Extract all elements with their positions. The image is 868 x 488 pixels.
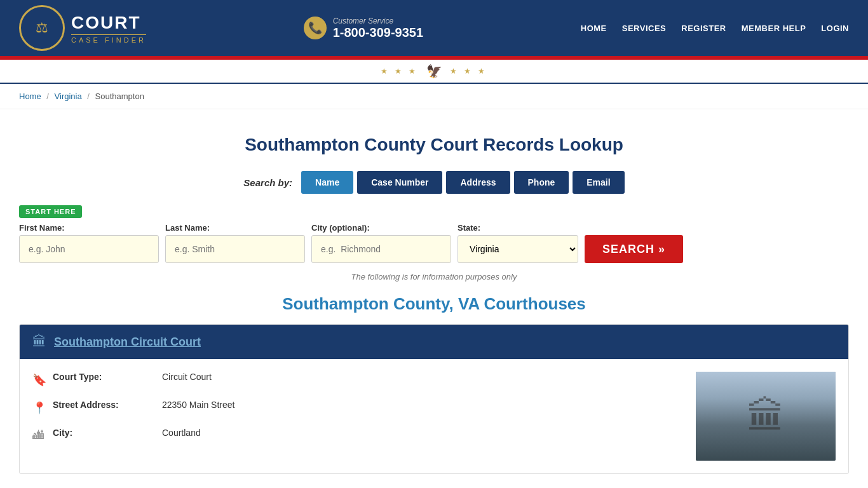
logo-icon: ⚖ bbox=[19, 5, 65, 51]
customer-service-text: Customer Service 1-800-309-9351 bbox=[333, 17, 423, 40]
address-label: Street Address: bbox=[53, 400, 154, 410]
courthouse-body: 🔖 Court Type: Circuit Court 📍 Street Add… bbox=[20, 359, 848, 473]
city-value: Courtland bbox=[162, 428, 201, 438]
cs-label: Customer Service bbox=[333, 17, 423, 25]
last-name-group: Last Name: bbox=[165, 223, 305, 263]
tab-name[interactable]: Name bbox=[301, 171, 353, 194]
court-type-value: Circuit Court bbox=[162, 372, 212, 382]
customer-service: 📞 Customer Service 1-800-309-9351 bbox=[304, 17, 423, 40]
address-icon: 📍 bbox=[32, 401, 45, 415]
main-content: Southampton County Court Records Lookup … bbox=[0, 109, 868, 488]
courthouse-card: 🏛 Southampton Circuit Court 🔖 Court Type… bbox=[19, 324, 849, 474]
stars-left: ★ ★ ★ bbox=[381, 67, 419, 76]
court-type-icon: 🔖 bbox=[32, 373, 45, 387]
city-row: 🏙 City: Courtland bbox=[32, 428, 683, 442]
stars-right: ★ ★ ★ bbox=[450, 67, 488, 76]
city-label: City (optional): bbox=[311, 223, 451, 233]
info-note: The following is for information purpose… bbox=[19, 272, 849, 281]
state-label: State: bbox=[458, 223, 578, 233]
logo-area: ⚖ COURT CASE FINDER bbox=[19, 5, 146, 51]
sep-2: / bbox=[87, 92, 90, 101]
eagle-strip-inner: ★ ★ ★ 🦅 ★ ★ ★ bbox=[381, 64, 487, 79]
address-value: 22350 Main Street bbox=[162, 400, 234, 410]
last-name-label: Last Name: bbox=[165, 223, 305, 233]
last-name-input[interactable] bbox=[165, 235, 305, 263]
nav-register[interactable]: REGISTER bbox=[681, 24, 726, 33]
nav-services[interactable]: SERVICES bbox=[622, 24, 667, 33]
state-group: State: Virginia Alabama California bbox=[458, 223, 578, 263]
city-input[interactable] bbox=[311, 235, 451, 263]
search-by-row: Search by: Name Case Number Address Phon… bbox=[19, 171, 849, 194]
main-nav: HOME SERVICES REGISTER MEMBER HELP LOGIN bbox=[581, 24, 849, 33]
breadcrumb: Home / Virginia / Southampton bbox=[0, 84, 868, 109]
first-name-input[interactable] bbox=[19, 235, 159, 263]
nav-home[interactable]: HOME bbox=[581, 24, 607, 33]
tab-case-number[interactable]: Case Number bbox=[357, 171, 442, 194]
start-here-badge: START HERE bbox=[19, 205, 82, 218]
logo-text: COURT CASE FINDER bbox=[71, 13, 146, 44]
courthouse-image bbox=[696, 372, 836, 461]
courthouses-title: Southampton County, VA Courthouses bbox=[19, 294, 849, 314]
first-name-label: First Name: bbox=[19, 223, 159, 233]
search-form: First Name: Last Name: City (optional): … bbox=[19, 223, 849, 263]
courthouse-info: 🔖 Court Type: Circuit Court 📍 Street Add… bbox=[32, 372, 683, 461]
logo-title: COURT bbox=[71, 13, 146, 33]
logo-subtitle: CASE FINDER bbox=[71, 34, 146, 44]
courthouse-name-link[interactable]: Southampton Circuit Court bbox=[54, 336, 201, 349]
phone-icon: 📞 bbox=[304, 17, 327, 39]
courthouse-header: 🏛 Southampton Circuit Court bbox=[20, 325, 848, 359]
first-name-group: First Name: bbox=[19, 223, 159, 263]
search-by-label: Search by: bbox=[243, 177, 292, 188]
breadcrumb-home[interactable]: Home bbox=[19, 92, 41, 101]
tab-phone[interactable]: Phone bbox=[514, 171, 569, 194]
tab-address[interactable]: Address bbox=[446, 171, 510, 194]
tab-email[interactable]: Email bbox=[573, 171, 624, 194]
eagle-strip: ★ ★ ★ 🦅 ★ ★ ★ bbox=[0, 60, 868, 84]
breadcrumb-state[interactable]: Virginia bbox=[55, 92, 82, 101]
state-select[interactable]: Virginia Alabama California bbox=[458, 235, 578, 263]
eagle-icon: 🦅 bbox=[426, 64, 442, 79]
site-header: ⚖ COURT CASE FINDER 📞 Customer Service 1… bbox=[0, 0, 868, 56]
court-type-row: 🔖 Court Type: Circuit Court bbox=[32, 372, 683, 387]
courthouse-icon: 🏛 bbox=[32, 334, 46, 350]
nav-member-help[interactable]: MEMBER HELP bbox=[742, 24, 806, 33]
sep-1: / bbox=[46, 92, 49, 101]
nav-login[interactable]: LOGIN bbox=[821, 24, 849, 33]
building-photo bbox=[696, 372, 836, 461]
city-group: City (optional): bbox=[311, 223, 451, 263]
phone-number: 1-800-309-9351 bbox=[333, 25, 423, 40]
city-label-info: City: bbox=[53, 428, 154, 438]
address-row: 📍 Street Address: 22350 Main Street bbox=[32, 400, 683, 415]
court-type-label: Court Type: bbox=[53, 372, 154, 382]
breadcrumb-county: Southampton bbox=[95, 92, 144, 101]
search-button[interactable]: SEARCH » bbox=[585, 235, 683, 263]
page-title: Southampton County Court Records Lookup bbox=[19, 135, 849, 155]
city-icon: 🏙 bbox=[32, 429, 45, 442]
